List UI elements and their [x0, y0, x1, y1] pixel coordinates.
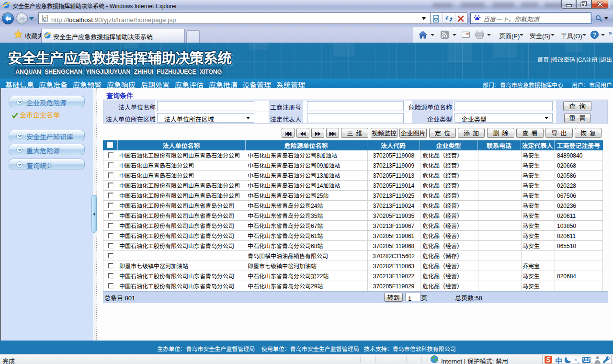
svg-text:e: e — [45, 33, 48, 38]
svg-text:e: e — [4, 2, 7, 8]
svg-text:?: ? — [593, 32, 596, 38]
